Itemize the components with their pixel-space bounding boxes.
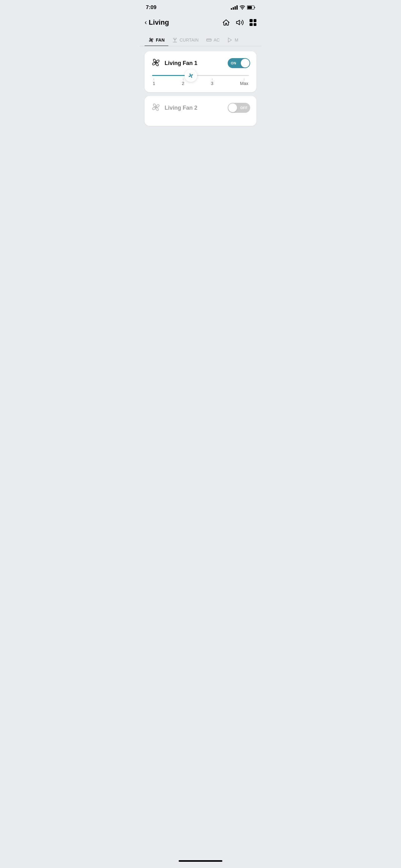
fan1-card: Living Fan 1 ON [144, 51, 257, 92]
fan1-toggle-thumb [241, 59, 249, 67]
tick-max: Max [240, 79, 248, 86]
tabs: FAN CURTAIN AC M [140, 31, 261, 46]
svg-rect-7 [206, 39, 211, 41]
tick-3: 3 [211, 79, 213, 86]
tab-more[interactable]: M [223, 37, 242, 46]
page-title: Living [149, 19, 169, 27]
fan2-toggle-thumb [228, 103, 237, 112]
nav-left: ‹ Living [144, 19, 169, 27]
fan1-slider-thumb[interactable] [185, 69, 197, 82]
svg-point-2 [226, 23, 226, 24]
battery-icon [247, 5, 255, 10]
fan2-name: Living Fan 2 [165, 105, 197, 111]
fan1-slider-container: 1 2 3 Max [151, 75, 250, 86]
fan2-toggle-label: OFF [240, 106, 248, 110]
tab-curtain[interactable]: CURTAIN [168, 37, 202, 46]
tick-2-label: 2 [182, 81, 184, 86]
tab-more-label: M [235, 37, 238, 42]
fan-tab-icon [148, 37, 154, 43]
back-button[interactable]: ‹ [144, 19, 147, 27]
ac-tab-icon [206, 37, 212, 43]
fan1-header: Living Fan 1 ON [151, 58, 250, 69]
fan1-slider-track[interactable] [152, 75, 249, 76]
content-area: Living Fan 1 ON [140, 46, 261, 131]
signal-icon [231, 5, 238, 10]
tab-ac[interactable]: AC [202, 37, 223, 46]
tab-curtain-label: CURTAIN [179, 37, 199, 42]
home-icon[interactable] [222, 19, 230, 27]
fan1-name: Living Fan 1 [165, 60, 197, 67]
tab-fan[interactable]: FAN [144, 37, 168, 46]
fan1-tick-marks: 1 2 3 Max [152, 79, 249, 86]
fan1-icon [151, 58, 161, 69]
fan2-card: Living Fan 2 OFF [144, 96, 257, 126]
fan2-icon [151, 102, 161, 114]
tab-ac-label: AC [213, 37, 220, 42]
speaker-icon[interactable] [236, 19, 244, 27]
tick-1-label: 1 [153, 81, 155, 86]
fan1-title-group: Living Fan 1 [151, 58, 197, 69]
svg-rect-1 [248, 6, 252, 9]
tick-1: 1 [153, 79, 155, 86]
nav-bar: ‹ Living [140, 14, 261, 31]
fan1-toggle-label: ON [231, 61, 236, 65]
tick-3-label: 3 [211, 81, 213, 86]
nav-right [222, 19, 257, 27]
tick-2: 2 [182, 79, 184, 86]
status-bar: 7:09 [140, 0, 261, 14]
grid-icon[interactable] [249, 19, 257, 26]
fan2-title-group: Living Fan 2 [151, 102, 197, 114]
status-icons [231, 5, 255, 10]
status-time: 7:09 [146, 4, 157, 11]
more-tab-icon [227, 37, 233, 43]
tab-fan-label: FAN [156, 37, 165, 42]
fan1-toggle[interactable]: ON [228, 58, 250, 68]
svg-marker-9 [228, 38, 232, 42]
tick-max-label: Max [240, 81, 248, 86]
fan2-header: Living Fan 2 OFF [151, 102, 250, 114]
fan2-toggle[interactable]: OFF [228, 103, 250, 113]
svg-marker-3 [236, 20, 239, 25]
wifi-icon [239, 5, 245, 10]
curtain-tab-icon [172, 37, 178, 43]
